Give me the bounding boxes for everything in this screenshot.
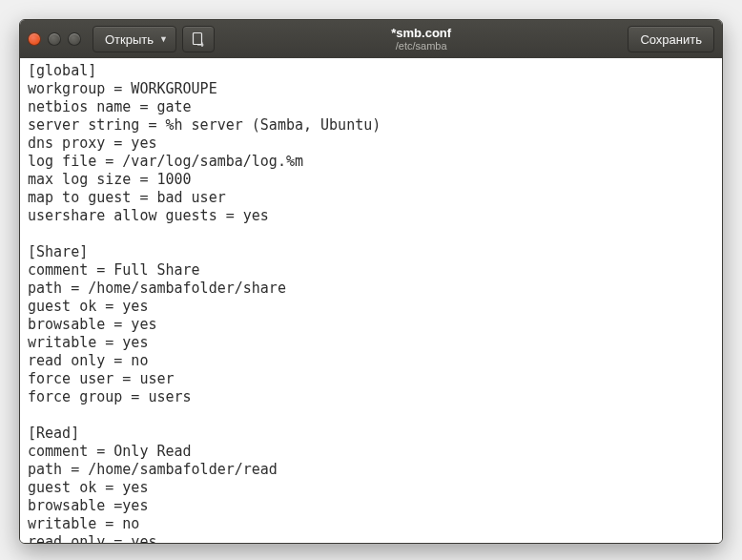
close-icon[interactable] [28, 32, 41, 46]
svg-rect-0 [193, 33, 201, 45]
document-path: /etc/samba [220, 40, 622, 52]
maximize-icon[interactable] [68, 32, 81, 46]
gedit-window: Открыть ▼ *smb.conf /etc/samba Сохранить… [19, 19, 723, 544]
new-document-icon [191, 31, 206, 47]
titlebar: Открыть ▼ *smb.conf /etc/samba Сохранить [20, 20, 722, 58]
save-button[interactable]: Сохранить [628, 26, 714, 52]
new-document-button[interactable] [182, 26, 215, 52]
title-area: *smb.conf /etc/samba [220, 27, 622, 52]
chevron-down-icon: ▼ [159, 34, 168, 44]
open-button[interactable]: Открыть ▼ [93, 26, 176, 52]
window-controls [28, 32, 81, 46]
document-title: *smb.conf [220, 27, 622, 40]
open-button-label: Открыть [105, 32, 154, 47]
text-editor[interactable]: [global] workgroup = WORKGROUPE netbios … [20, 58, 722, 543]
editor-content: [global] workgroup = WORKGROUPE netbios … [28, 62, 381, 543]
save-button-label: Сохранить [640, 32, 702, 47]
minimize-icon[interactable] [48, 32, 61, 46]
